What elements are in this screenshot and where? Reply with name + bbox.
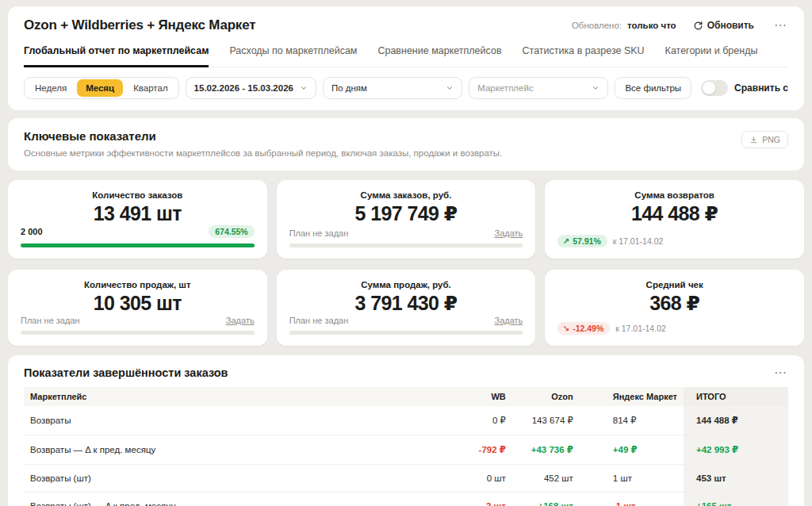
kpi-section-text: Ключевые показатели Основные метрики эфф…: [24, 129, 502, 158]
refresh-label: Обновить: [707, 20, 754, 31]
kpi-section-title: Ключевые показатели: [24, 129, 502, 143]
period-quarter-button[interactable]: Квартал: [124, 79, 176, 97]
toggle-knob: [703, 82, 715, 94]
table-column-headers: Маркетплейс WB Ozon Яндекс Маркет ИТОГО: [24, 387, 788, 406]
compare-period-label: к 17.01-14.02: [615, 324, 666, 333]
chevron-down-icon: [592, 84, 599, 92]
kpi-value: 10 305 шт: [21, 292, 255, 315]
header-more-button[interactable]: ⋯: [772, 19, 788, 32]
report-tabs: Глобальный отчет по маркетплейсам Расход…: [24, 45, 788, 67]
set-plan-link[interactable]: Задать: [495, 228, 523, 238]
tab-sku-stats[interactable]: Статистика в разрезе SKU: [523, 45, 645, 67]
granularity-select[interactable]: По дням: [323, 77, 462, 99]
cell-total: 453 шт: [684, 465, 788, 493]
kpi-value: 5 197 749 ₽: [289, 202, 523, 225]
column-marketplace: Маркетплейс: [24, 387, 429, 406]
all-filters-button[interactable]: Все фильтры: [615, 77, 691, 99]
plan-base-value: 2 000: [21, 227, 43, 236]
kpi-title: Сумма возвратов: [557, 190, 791, 200]
cell-ozon: 452 шт: [512, 465, 580, 493]
compare-toggle[interactable]: [701, 80, 728, 96]
orders-completeness-table: Маркетплейс WB Ozon Яндекс Маркет ИТОГО …: [24, 387, 788, 506]
tab-categories-brands[interactable]: Категории и бренды: [665, 45, 758, 67]
trend-value: 57.91%: [573, 236, 601, 246]
kpi-value: 13 491 шт: [21, 202, 255, 225]
kpi-value: 144 488 ₽: [557, 202, 791, 225]
cell-wb: 0 шт: [429, 465, 512, 493]
cell-total: +42 993 ₽: [684, 435, 788, 465]
dashboard-page: Ozon + Wildberries + Яндекс Маркет Обнов…: [0, 0, 812, 506]
period-week-button[interactable]: Неделя: [26, 79, 75, 97]
plan-not-set-label: План не задан: [289, 316, 349, 325]
more-icon: ⋯: [774, 366, 787, 379]
chevron-down-icon: [446, 84, 454, 92]
row-name: Возвраты (шт) — Δ к пред. месяцу: [24, 493, 429, 506]
plan-not-set-label: План не задан: [289, 228, 349, 238]
cell-ozon: +43 736 ₽: [512, 435, 580, 465]
kpi-card-returns-sum: Сумма возвратов 144 488 ₽ ↗ 57.91% к 17.…: [545, 180, 804, 259]
column-ozon: Ozon: [512, 387, 580, 406]
kpi-title: Сумма продаж, руб.: [289, 280, 523, 289]
kpi-trend-row: ↘ -12.49% к 17.01-14.02: [557, 322, 791, 335]
cell-wb: -792 ₽: [429, 435, 512, 465]
kpi-section-subtitle: Основные метрики эффективности маркетпле…: [24, 148, 502, 158]
kpi-title: Сумма заказов, руб.: [289, 190, 523, 200]
cell-total: +165 шт: [684, 493, 788, 506]
cell-yandex-market: 1 шт: [580, 465, 684, 493]
set-plan-link[interactable]: Задать: [495, 316, 523, 325]
column-yandex-market: Яндекс Маркет: [580, 387, 684, 406]
export-png-label: PNG: [762, 135, 780, 144]
kpi-title: Количество заказов: [21, 190, 255, 200]
trend-up-icon: ↗: [562, 236, 569, 246]
kpi-card-orders-sum: Сумма заказов, руб. 5 197 749 ₽ План не …: [277, 180, 536, 259]
table-row: Возвраты (шт) 0 шт 452 шт 1 шт 453 шт: [24, 465, 788, 493]
kpi-card-sales-count: Количество продаж, шт 10 305 шт План не …: [8, 270, 267, 346]
table-row: Возвраты (шт) — Δ к пред. месяцу -2 шт +…: [24, 493, 788, 506]
table-more-button[interactable]: ⋯: [772, 366, 788, 379]
kpi-trend-row: ↗ 57.91% к 17.01-14.02: [557, 235, 791, 247]
updated-value: только что: [627, 21, 676, 30]
cell-ozon: 143 674 ₽: [512, 406, 580, 435]
refresh-icon: [693, 21, 703, 31]
tab-global-report[interactable]: Глобальный отчет по маркетплейсам: [24, 45, 209, 67]
plan-not-set-label: План не задан: [21, 316, 80, 325]
header-row: Ozon + Wildberries + Яндекс Маркет Обнов…: [24, 17, 788, 33]
table-row: Возвраты 0 ₽ 143 674 ₽ 814 ₽ 144 488 ₽: [24, 406, 788, 435]
column-wb: WB: [429, 387, 512, 406]
cell-yandex-market: +49 ₽: [580, 435, 684, 465]
row-name: Возвраты — Δ к пред. месяцу: [24, 435, 429, 465]
kpi-plan-row: План не задан Задать: [289, 228, 523, 238]
date-range-value: 15.02.2026 - 15.03.2026: [194, 83, 293, 93]
refresh-button[interactable]: Обновить: [688, 19, 759, 32]
compare-label: Сравнить с: [734, 82, 788, 94]
cell-wb: -2 шт: [429, 493, 512, 506]
cell-ozon: +168 шт: [512, 493, 580, 506]
kpi-plan-row: 2 000 674.55%: [21, 225, 255, 238]
kpi-plan-row: План не задан Задать: [289, 316, 523, 325]
marketplace-select[interactable]: Маркетплейс: [469, 77, 608, 99]
more-icon: ⋯: [774, 18, 787, 32]
header-meta: Обновлено: только что Обновить ⋯: [572, 19, 788, 32]
column-total: ИТОГО: [684, 387, 788, 406]
progress-bar: [21, 243, 255, 247]
kpi-title: Количество продаж, шт: [21, 280, 255, 289]
table-header-row: Показатели завершённости заказов ⋯: [24, 366, 788, 379]
export-png-button[interactable]: PNG: [741, 131, 788, 148]
kpi-value: 3 791 430 ₽: [289, 292, 523, 315]
progress-bar: [289, 331, 523, 335]
header-card: Ozon + Wildberries + Яндекс Маркет Обнов…: [8, 6, 804, 110]
tab-expenses[interactable]: Расходы по маркетплейсам: [229, 45, 357, 67]
set-plan-link[interactable]: Задать: [226, 316, 255, 325]
date-range-select[interactable]: 15.02.2026 - 15.03.2026: [186, 77, 316, 99]
kpi-grid: Количество заказов 13 491 шт 2 000 674.5…: [8, 180, 804, 346]
filters-bar: Неделя Месяц Квартал 15.02.2026 - 15.03.…: [24, 67, 788, 110]
kpi-card-orders-count: Количество заказов 13 491 шт 2 000 674.5…: [8, 180, 267, 259]
tab-comparison[interactable]: Сравнение маркетплейсов: [377, 45, 501, 67]
cell-yandex-market: -1 шт: [580, 493, 684, 506]
row-name: Возвраты (шт): [24, 465, 429, 493]
updated-label: Обновлено:: [572, 21, 622, 30]
period-month-button[interactable]: Месяц: [77, 79, 123, 97]
page-title: Ozon + Wildberries + Яндекс Маркет: [24, 17, 255, 33]
orders-completeness-card: Показатели завершённости заказов ⋯ Марке…: [8, 355, 804, 506]
plan-progress-badge: 674.55%: [209, 225, 254, 238]
